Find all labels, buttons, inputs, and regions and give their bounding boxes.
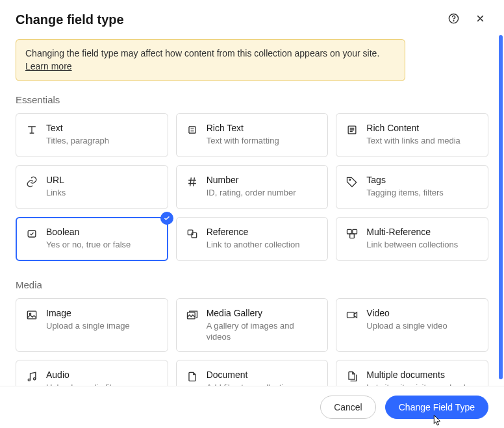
- card-desc: Upload a audio file: [46, 383, 116, 386]
- card-title: Rich Content: [366, 123, 460, 134]
- link-icon: [25, 175, 38, 188]
- selected-badge: [160, 212, 173, 225]
- image-icon: [25, 308, 38, 321]
- video-icon: [346, 308, 359, 321]
- card-title: Document: [207, 370, 293, 381]
- question-icon: [448, 13, 459, 26]
- field-type-boolean[interactable]: BooleanYes or no, true or false: [16, 217, 168, 261]
- card-desc: Links: [46, 188, 66, 199]
- dialog-body: Changing the field type may affect how c…: [0, 29, 504, 386]
- dialog-title: Change field type: [16, 12, 124, 27]
- warning-text: Changing the field type may affect how c…: [25, 48, 379, 58]
- field-type-multiple-documents[interactable]: Multiple documentsLet site site visitors…: [336, 360, 488, 386]
- cancel-button[interactable]: Cancel: [320, 396, 376, 419]
- card-title: Number: [207, 175, 296, 186]
- richcontent-icon: [346, 123, 359, 136]
- help-button[interactable]: [446, 10, 462, 29]
- doc-icon: [186, 370, 199, 383]
- tag-icon: [346, 175, 359, 188]
- card-desc: Link between collections: [366, 240, 458, 251]
- field-type-media-gallery[interactable]: Media GalleryA gallery of images and vid…: [176, 298, 329, 352]
- hash-icon: [186, 175, 199, 188]
- card-title: Multi-Reference: [366, 227, 458, 238]
- field-type-number[interactable]: NumberID, rating, order number: [176, 165, 329, 209]
- card-title: Text: [46, 123, 109, 134]
- card-title: Media Gallery: [207, 308, 319, 320]
- card-title: Video: [366, 308, 447, 320]
- svg-point-14: [28, 379, 30, 381]
- text-icon: [25, 123, 38, 136]
- card-desc: A gallery of images and videos: [207, 321, 319, 343]
- svg-rect-8: [353, 230, 357, 234]
- card-desc: Let site site visitors upload files to a…: [366, 383, 479, 386]
- card-title: Audio: [46, 370, 116, 381]
- svg-rect-7: [347, 230, 352, 234]
- ref-icon: [186, 227, 199, 240]
- field-type-video[interactable]: VideoUpload a single video: [336, 298, 488, 352]
- boolean-icon: [25, 227, 38, 240]
- card-desc: ID, rating, order number: [207, 188, 296, 199]
- card-desc: Upload a single video: [366, 321, 447, 332]
- essentials-grid: TextTitles, paragraph Rich TextText with…: [16, 113, 488, 261]
- field-type-rich-text[interactable]: Rich TextText with formatting: [176, 113, 329, 157]
- card-title: Boolean: [46, 227, 131, 238]
- card-title: Tags: [366, 175, 444, 186]
- card-desc: Text with formatting: [207, 136, 279, 147]
- svg-point-3: [349, 179, 351, 181]
- field-type-text[interactable]: TextTitles, paragraph: [16, 113, 168, 157]
- svg-rect-10: [27, 311, 36, 319]
- card-desc: Tagging items, filters: [366, 188, 444, 199]
- card-title: Multiple documents: [366, 370, 479, 381]
- svg-point-15: [34, 378, 36, 380]
- dialog-header: Change field type: [0, 0, 504, 29]
- audio-icon: [25, 370, 38, 383]
- close-icon: [475, 13, 486, 26]
- richtext-icon: [186, 123, 199, 136]
- scrollbar-thumb[interactable]: [499, 35, 503, 379]
- field-type-tags[interactable]: TagsTagging items, filters: [336, 165, 488, 209]
- card-desc: Upload a single image: [46, 321, 130, 332]
- media-grid: ImageUpload a single image Media Gallery…: [16, 298, 488, 386]
- multidoc-icon: [346, 370, 359, 383]
- card-title: URL: [46, 175, 66, 186]
- confirm-button[interactable]: Change Field Type: [385, 396, 488, 419]
- dialog-footer: Cancel Change Field Type: [0, 386, 504, 428]
- field-type-image[interactable]: ImageUpload a single image: [16, 298, 168, 352]
- card-desc: Add files to a collection: [207, 383, 293, 386]
- section-label-media: Media: [16, 279, 488, 290]
- card-title: Reference: [207, 227, 300, 238]
- header-actions: [446, 10, 488, 29]
- card-desc: Text with links and media: [366, 136, 460, 147]
- multiref-icon: [346, 227, 359, 240]
- field-type-audio[interactable]: AudioUpload a audio file: [16, 360, 168, 386]
- svg-rect-13: [347, 312, 355, 318]
- field-type-document[interactable]: DocumentAdd files to a collection: [176, 360, 329, 386]
- card-title: Rich Text: [207, 123, 279, 134]
- learn-more-link[interactable]: Learn more: [25, 61, 72, 71]
- change-field-type-dialog: Change field type Changing the field typ…: [0, 0, 504, 428]
- gallery-icon: [186, 308, 199, 321]
- section-label-essentials: Essentials: [16, 94, 488, 105]
- card-title: Image: [46, 308, 130, 320]
- close-button[interactable]: [472, 10, 488, 29]
- svg-point-1: [453, 21, 454, 21]
- field-type-url[interactable]: URLLinks: [16, 165, 168, 209]
- card-desc: Link to another collection: [207, 240, 300, 251]
- field-type-reference[interactable]: ReferenceLink to another collection: [176, 217, 329, 261]
- field-type-rich-content[interactable]: Rich ContentText with links and media: [336, 113, 488, 157]
- field-type-multi-reference[interactable]: Multi-ReferenceLink between collections: [336, 217, 488, 261]
- card-desc: Titles, paragraph: [46, 136, 109, 147]
- warning-banner: Changing the field type may affect how c…: [16, 39, 405, 81]
- card-desc: Yes or no, true or false: [46, 240, 131, 251]
- svg-rect-9: [350, 234, 355, 238]
